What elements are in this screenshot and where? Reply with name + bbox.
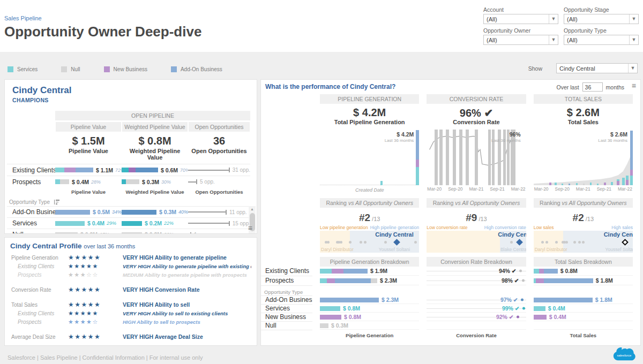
sort-icon-part xyxy=(56,200,59,201)
legend-swatch xyxy=(8,66,13,72)
filter-dropdown-account[interactable]: (All)▼ xyxy=(483,14,558,24)
bar-segment xyxy=(622,178,625,185)
table-row: Pipeline ValueWeighted Pipeline ValueOpe… xyxy=(7,187,255,197)
months-input[interactable] xyxy=(582,82,603,92)
card-menu-icon[interactable]: ≡ xyxy=(632,81,636,90)
salesforce-logo: salesforce xyxy=(612,346,635,363)
x-tick-labels: Mar-20Sep-20Mar-21Sep-21Mar-22 xyxy=(534,185,633,192)
distribution-strip: Low pipeline generationHigh pipeline gen… xyxy=(320,225,419,253)
profile-row: Prospects★★★★☆HIGH Ability to sell to pr… xyxy=(10,317,251,326)
conversion-value: 92% ✔ xyxy=(496,314,514,320)
chevron-down-icon: ▼ xyxy=(629,14,638,24)
column-header-open-opportunities: Open Opportunities xyxy=(189,122,250,132)
x-tick: Mar-21 xyxy=(469,186,484,192)
breakdown-bar-cell: $ 0.4M xyxy=(534,313,633,321)
stacked-bar xyxy=(549,130,551,185)
bar-segment xyxy=(534,269,539,274)
total-label: Weighted Pipeline Value xyxy=(122,147,188,164)
profile-row-label: Average Deal Size xyxy=(10,334,68,340)
bar-segment xyxy=(320,278,327,283)
bar xyxy=(55,210,90,215)
bar-percent: 70% xyxy=(180,164,188,176)
show-control: Show Cindy Central ▼ xyxy=(528,63,638,73)
bar-segment xyxy=(129,168,136,172)
bar-segment xyxy=(122,221,142,226)
bar-segment xyxy=(122,210,156,215)
legend-item-services[interactable]: Services xyxy=(8,66,38,72)
breakdown-bar-cell: $ 0.8M xyxy=(320,305,419,313)
dropdown-value: (All) xyxy=(484,16,549,22)
bar-percent: 22% xyxy=(164,218,174,229)
gantt-tick xyxy=(229,221,229,226)
bar-percent: 28% xyxy=(91,176,101,188)
bar-segment xyxy=(630,131,633,170)
profile-row-text: HIGH Ability to sell to prospects xyxy=(123,319,251,325)
sort-icon-part xyxy=(54,200,55,204)
bar-value: $ 0.8M xyxy=(343,305,360,312)
filter-dropdown-opportunity-owner[interactable]: (All)▼ xyxy=(483,35,558,45)
bar-segment xyxy=(55,168,64,172)
gantt-line xyxy=(188,170,229,171)
bar-value: $ 2.3M xyxy=(380,277,397,284)
over-last-label: Over last xyxy=(557,84,579,90)
bar-segment xyxy=(534,298,593,302)
stacked-bar xyxy=(630,130,633,185)
bar-segment xyxy=(534,306,545,311)
filter-dropdown-opportunity-stage[interactable]: (All)▼ xyxy=(564,14,639,24)
bar-value: $ 0.5M xyxy=(93,207,110,218)
star-rating: ★★★★★ xyxy=(68,286,123,293)
stacked-bar xyxy=(583,130,585,185)
stacked-bar xyxy=(590,130,592,185)
open-opps-cell: 15 opp. xyxy=(188,217,250,229)
scroll-up-arrow[interactable]: ▲ xyxy=(249,206,256,212)
profile-row: Total Sales★★★★★VERY HIGH Ability to sel… xyxy=(10,300,251,309)
conversion-cell: 94% ✔ xyxy=(427,267,526,276)
page-title: Opportunity Owner Deep-dive xyxy=(4,24,201,40)
bar-value: $ 1.1M xyxy=(96,164,113,176)
table-row: OPEN PIPELINE xyxy=(7,111,255,120)
legend-label: Null xyxy=(71,66,80,72)
spacer xyxy=(261,128,312,185)
conversion-dot xyxy=(521,299,524,301)
kpi-row: Prospects$ 2.3M98% ✔$ 1.8M xyxy=(261,276,640,286)
gantt-line xyxy=(188,223,229,224)
bar-segment xyxy=(55,210,90,215)
filter-dropdown-opportunity-type[interactable]: (All)▼ xyxy=(564,35,639,45)
table-row: Services$ 0.4M29%$ 0.2M22%15 opp. xyxy=(7,217,255,229)
conversion-dot xyxy=(517,316,519,318)
x-tick: Sep-20 xyxy=(448,186,462,192)
bar-segment xyxy=(562,184,563,185)
svg-text:salesforce: salesforce xyxy=(617,354,632,357)
axis-label: Conversion Rate xyxy=(427,331,526,340)
chevron-down-icon: ▼ xyxy=(549,35,558,44)
bar-value: $ 1.9M xyxy=(370,268,387,274)
profile-row-label: Existing Clients xyxy=(10,310,68,316)
star-rating: ★★★★☆ xyxy=(68,318,123,325)
history-column xyxy=(459,130,462,185)
profile-row-label: Prospects xyxy=(10,319,68,325)
annotation-sub: Last 36 months xyxy=(598,138,627,143)
performance-question: What is the performance of Cindy Central… xyxy=(265,83,395,90)
footer-disclaimer: Salesforce | Sales Pipeline | Confidenti… xyxy=(8,354,203,361)
ranking-band-italic: vs All Opportunity Owners xyxy=(455,200,520,206)
x-tick: Mar-20 xyxy=(534,186,549,192)
x-tick: Sep-20 xyxy=(555,186,570,192)
total-label: Pipeline Value xyxy=(55,147,122,157)
legend-item-null[interactable]: Null xyxy=(61,66,80,72)
row-label: Add-On Business xyxy=(7,206,55,217)
show-owner-dropdown[interactable]: Cindy Central ▼ xyxy=(556,63,638,73)
legend-item-new-business[interactable]: New Business xyxy=(104,66,147,72)
card-menu-icon[interactable]: ≡ xyxy=(248,224,252,232)
bar xyxy=(534,298,593,302)
row-label: Add-On Business xyxy=(261,296,312,305)
table-row: Add-On Business$ 0.5M34%$ 0.3M40%11 opp. xyxy=(7,206,255,217)
legend-item-add-on-business[interactable]: Add-On Business xyxy=(171,66,222,72)
x-tick: Sep-21 xyxy=(490,186,504,192)
bar-segment xyxy=(64,168,76,172)
profile-row-text: VERY HIGH Conversion Rate xyxy=(123,286,251,293)
sort-icon[interactable] xyxy=(54,200,59,204)
gantt-line xyxy=(188,181,196,183)
bar-segment xyxy=(55,232,78,234)
top-header: Sales Pipeline Opportunity Owner Deep-di… xyxy=(0,0,643,52)
spacer xyxy=(261,331,312,340)
